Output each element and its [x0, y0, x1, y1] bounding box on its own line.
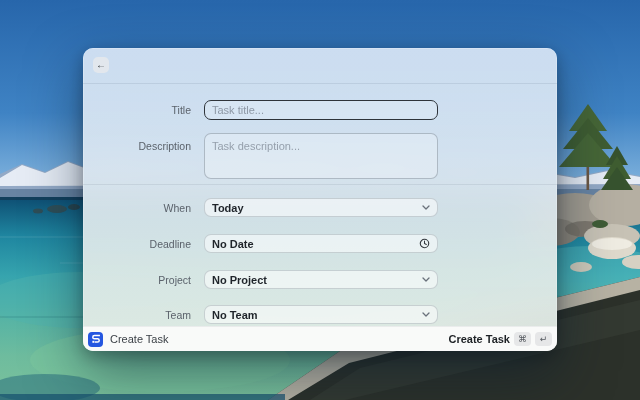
chevron-down-icon	[422, 312, 430, 317]
title-label: Title	[83, 104, 191, 116]
return-key-icon: ↵	[535, 332, 552, 346]
project-row: Project No Project	[83, 270, 557, 289]
back-button[interactable]: ←	[93, 57, 109, 73]
command-key-icon: ⌘	[514, 332, 531, 346]
clock-icon	[419, 238, 430, 249]
create-task-button-label: Create Task	[448, 333, 510, 345]
when-label: When	[83, 202, 191, 214]
description-row: Description	[83, 133, 557, 179]
task-description-input[interactable]	[204, 133, 438, 179]
window-header: ←	[83, 48, 557, 84]
deadline-value: No Date	[212, 238, 254, 250]
team-select[interactable]: No Team	[204, 305, 438, 324]
chevron-down-icon	[422, 277, 430, 282]
create-task-button[interactable]: Create Task ⌘ ↵	[448, 332, 552, 346]
project-label: Project	[83, 274, 191, 286]
chevron-down-icon	[422, 205, 430, 210]
create-task-window: ← Title Description When Today	[83, 48, 557, 351]
footer-app-label: Create Task	[110, 333, 169, 345]
desktop: ← Title Description When Today	[0, 0, 640, 400]
description-label: Description	[83, 133, 191, 152]
deadline-row: Deadline No Date	[83, 234, 557, 253]
project-value: No Project	[212, 274, 267, 286]
app-logo-icon	[88, 332, 103, 347]
when-row: When Today	[83, 198, 557, 217]
deadline-select[interactable]: No Date	[204, 234, 438, 253]
task-title-input[interactable]	[204, 100, 438, 120]
when-value: Today	[212, 202, 244, 214]
section-divider	[83, 184, 557, 185]
team-row: Team No Team	[83, 305, 557, 324]
project-select[interactable]: No Project	[204, 270, 438, 289]
team-value: No Team	[212, 309, 258, 321]
deadline-label: Deadline	[83, 238, 191, 250]
when-select[interactable]: Today	[204, 198, 438, 217]
title-row: Title	[83, 99, 557, 120]
back-arrow-icon: ←	[96, 60, 106, 70]
team-label: Team	[83, 309, 191, 321]
window-footer: Create Task Create Task ⌘ ↵	[83, 326, 557, 351]
